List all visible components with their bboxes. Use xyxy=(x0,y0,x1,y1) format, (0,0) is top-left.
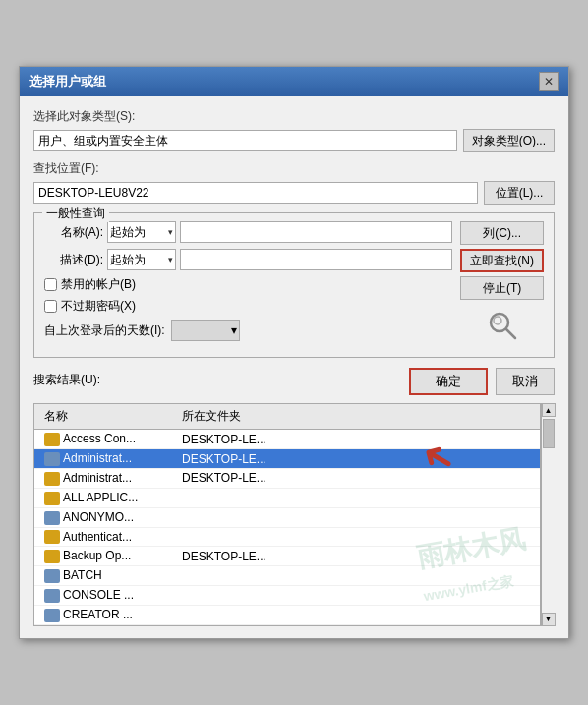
cancel-button[interactable]: 取消 xyxy=(496,368,555,395)
table-row[interactable]: CONSOLE ... xyxy=(34,586,540,606)
user-icon xyxy=(44,609,60,622)
location-button[interactable]: 位置(L)... xyxy=(484,181,555,205)
user-icon xyxy=(44,511,60,525)
days-row: 自上次登录后的天数(I): ▾ xyxy=(44,320,452,341)
svg-point-2 xyxy=(494,317,501,324)
magnify-icon xyxy=(487,310,518,341)
desc-input[interactable] xyxy=(180,249,452,270)
stop-button[interactable]: 停止(T) xyxy=(460,276,544,300)
row-name-cell: CONSOLE ... xyxy=(38,587,176,604)
right-buttons: 列(C)... 立即查找(N) 停止(T) xyxy=(460,221,544,347)
name-row: 名称(A): 起始为 ▾ xyxy=(44,221,452,243)
header-folder: 所在文件夹 xyxy=(176,406,536,427)
scrollbar[interactable]: ▲ ▼ xyxy=(541,403,555,625)
checkbox2-row: 不过期密码(X) xyxy=(44,298,452,315)
group-icon xyxy=(44,530,60,544)
header-name: 名称 xyxy=(38,406,176,427)
title-bar: 选择用户或组 ✕ xyxy=(20,67,568,96)
group-icon xyxy=(44,472,60,486)
table-row[interactable]: Backup Op...DESKTOP-LE... xyxy=(34,547,540,566)
row-folder-cell xyxy=(176,575,536,577)
table-header: 名称 所在文件夹 xyxy=(34,404,540,430)
name-label: 名称(A): xyxy=(44,224,103,241)
name-dropdown-arrow: ▾ xyxy=(168,227,173,237)
search-now-button[interactable]: 立即查找(N) xyxy=(460,249,544,272)
search-icon-area xyxy=(460,304,544,347)
row-folder-cell: DESKTOP-LE... xyxy=(176,432,536,447)
row-name-cell: BATCH xyxy=(38,567,176,584)
dialog-title: 选择用户或组 xyxy=(29,73,106,90)
close-button[interactable]: ✕ xyxy=(539,72,559,91)
location-input[interactable] xyxy=(33,182,478,204)
group-legend: 一般性查询 xyxy=(42,206,109,222)
group-icon xyxy=(44,492,60,505)
table-row[interactable]: CREATOR ... xyxy=(34,606,540,625)
form-left: 名称(A): 起始为 ▾ 描述(D): 起始为 ▾ xyxy=(44,221,452,347)
row-folder-cell xyxy=(176,516,536,518)
checkbox1-row: 禁用的帐户(B) xyxy=(44,276,452,293)
location-label: 查找位置(F): xyxy=(33,160,555,177)
desc-row: 描述(D): 起始为 ▾ xyxy=(44,249,452,270)
object-type-row: 对象类型(O)... xyxy=(33,129,555,152)
row-name-cell: Authenticat... xyxy=(38,529,176,546)
table-row[interactable]: BATCH xyxy=(34,566,540,586)
group-icon xyxy=(44,433,60,446)
results-label: 搜索结果(U): xyxy=(33,372,100,388)
row-name-cell: CREATOR ... xyxy=(38,607,176,623)
confirm-row: 搜索结果(U): 确定 取消 xyxy=(33,368,555,395)
row-name-cell: Access Con... xyxy=(38,431,176,447)
group-icon xyxy=(44,550,60,563)
location-row: 位置(L)... xyxy=(33,181,555,205)
checkbox2-label: 不过期密码(X) xyxy=(61,298,136,315)
table-row[interactable]: Administrat...DESKTOP-LE... xyxy=(34,449,540,469)
desc-dropdown-arrow: ▾ xyxy=(168,255,173,264)
general-query-group: 一般性查询 名称(A): 起始为 ▾ 描述(D): xyxy=(33,212,555,358)
table-row[interactable]: ALL APPLIC... xyxy=(34,489,540,508)
name-dropdown[interactable]: 起始为 ▾ xyxy=(107,221,176,243)
row-name-cell: ANONYMO... xyxy=(38,509,176,526)
name-input[interactable] xyxy=(180,221,452,243)
table-row[interactable]: ANONYMO... xyxy=(34,508,540,528)
scroll-up[interactable]: ▲ xyxy=(542,403,556,417)
columns-button[interactable]: 列(C)... xyxy=(460,221,544,245)
days-label: 自上次登录后的天数(I): xyxy=(44,323,165,339)
row-name-cell: Administrat... xyxy=(38,450,176,467)
user-icon xyxy=(44,569,60,583)
dialog-body: 选择此对象类型(S): 对象类型(O)... 查找位置(F): 位置(L)...… xyxy=(20,96,568,637)
table-row[interactable]: Authenticat... xyxy=(34,528,540,548)
days-arrow: ▾ xyxy=(231,323,237,337)
results-table-container: 名称 所在文件夹 Access Con...DESKTOP-LE...Admin… xyxy=(33,403,555,625)
row-folder-cell xyxy=(176,536,536,538)
table-row[interactable]: Administrat...DESKTOP-LE... xyxy=(34,469,540,489)
row-folder-cell: DESKTOP-LE... xyxy=(176,470,536,486)
form-area: 名称(A): 起始为 ▾ 描述(D): 起始为 ▾ xyxy=(44,221,544,347)
disabled-accounts-checkbox[interactable] xyxy=(44,278,57,291)
table-row[interactable]: Access Con...DESKTOP-LE... xyxy=(34,430,540,449)
object-type-button[interactable]: 对象类型(O)... xyxy=(463,129,555,152)
confirm-button[interactable]: 确定 xyxy=(409,368,488,395)
row-folder-cell: DESKTOP-LE... xyxy=(176,549,536,564)
row-name-cell: Backup Op... xyxy=(38,548,176,564)
object-type-input[interactable] xyxy=(33,130,457,151)
name-dropdown-text: 起始为 xyxy=(110,224,146,241)
row-folder-cell: DESKTOP-LE... xyxy=(176,451,536,467)
row-folder-cell xyxy=(176,614,536,616)
desc-dropdown[interactable]: 起始为 ▾ xyxy=(107,249,176,270)
user-icon xyxy=(44,589,60,603)
select-user-dialog: 选择用户或组 ✕ 选择此对象类型(S): 对象类型(O)... 查找位置(F):… xyxy=(19,66,569,638)
table-wrapper: 名称 所在文件夹 Access Con...DESKTOP-LE...Admin… xyxy=(33,403,541,625)
no-expire-password-checkbox[interactable] xyxy=(44,300,57,313)
object-type-label: 选择此对象类型(S): xyxy=(33,108,555,125)
days-dropdown[interactable]: ▾ xyxy=(171,320,240,341)
row-name-cell: Administrat... xyxy=(38,470,176,487)
row-name-cell: ALL APPLIC... xyxy=(38,490,176,506)
table-body: Access Con...DESKTOP-LE...Administrat...… xyxy=(34,430,540,624)
checkbox1-label: 禁用的帐户(B) xyxy=(61,276,136,293)
scroll-down[interactable]: ▼ xyxy=(542,613,556,626)
svg-line-1 xyxy=(506,329,515,338)
row-folder-cell xyxy=(176,497,536,499)
user-icon xyxy=(44,452,60,466)
scroll-thumb[interactable] xyxy=(543,419,555,448)
desc-label: 描述(D): xyxy=(44,252,103,268)
row-folder-cell xyxy=(176,594,536,596)
